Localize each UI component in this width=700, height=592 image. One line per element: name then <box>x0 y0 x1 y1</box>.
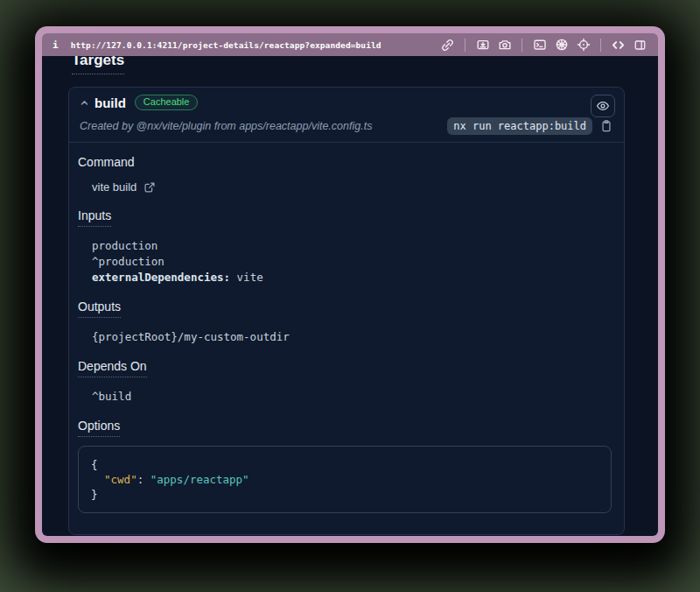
input-item: ^production <box>92 254 613 270</box>
json-open-brace: { <box>91 457 598 472</box>
download-icon[interactable] <box>475 38 490 53</box>
input-item: production <box>92 238 613 254</box>
toolbar-actions <box>440 38 648 53</box>
target-icon[interactable] <box>576 38 591 53</box>
camera-icon[interactable] <box>497 38 512 53</box>
target-card-build: build Cacheable Created by @nx/vite/plug… <box>68 87 625 535</box>
json-key: "cwd" <box>104 473 137 486</box>
output-item: {projectRoot}/my-custom-outdir <box>92 329 613 345</box>
options-json-block: { "cwd": "apps/reactapp" } <box>78 446 612 513</box>
globe-icon[interactable] <box>554 38 569 53</box>
toolbar-divider <box>600 39 601 52</box>
json-separator: : <box>137 473 150 486</box>
targets-heading[interactable]: Targets <box>72 56 124 74</box>
command-section-heading: Command <box>78 155 613 169</box>
link-icon[interactable] <box>440 38 455 53</box>
toolbar-divider <box>522 39 522 52</box>
panel-right-icon[interactable] <box>633 38 648 53</box>
browser-window: i http://127.0.0.1:4211/project-details/… <box>35 26 665 543</box>
build-card-header: build Cacheable Created by @nx/vite/plug… <box>69 88 624 143</box>
inputs-section-heading[interactable]: Inputs <box>78 208 111 227</box>
depends-on-item: ^build <box>92 389 613 405</box>
toolbar-divider <box>465 39 466 52</box>
created-by-text: Created by @nx/vite/plugin from apps/rea… <box>80 120 372 132</box>
json-value: "apps/reactapp" <box>150 473 249 486</box>
copy-icon[interactable] <box>599 118 613 134</box>
project-details-page: Targets build Cacheable <box>42 56 658 536</box>
browser-toolbar: i http://127.0.0.1:4211/project-details/… <box>42 33 658 56</box>
run-command-chip: nx run reactapp:build <box>447 117 592 135</box>
external-link-icon[interactable] <box>144 181 156 194</box>
external-deps-value: vite <box>237 271 263 284</box>
outputs-section-heading[interactable]: Outputs <box>78 300 121 318</box>
eye-button[interactable] <box>591 95 615 117</box>
input-item-external-deps: externalDependencies: vite <box>92 270 613 285</box>
options-section-heading[interactable]: Options <box>78 419 120 437</box>
json-cwd-line: "cwd": "apps/reactapp" <box>91 472 598 487</box>
chevron-up-icon[interactable] <box>78 96 90 109</box>
depends-on-section-heading[interactable]: Depends On <box>78 359 147 377</box>
cacheable-badge: Cacheable <box>135 95 199 110</box>
build-card-body: Command vite build Inputs production ^pr… <box>69 143 624 534</box>
info-icon: i <box>52 39 59 51</box>
code-icon[interactable] <box>611 38 626 53</box>
external-deps-key: externalDependencies: <box>92 271 230 284</box>
command-value: vite build <box>92 180 136 194</box>
target-name-build: build <box>94 95 126 110</box>
json-close-brace: } <box>91 487 598 502</box>
address-bar[interactable]: http://127.0.0.1:4211/project-details/re… <box>71 40 382 50</box>
terminal-icon[interactable] <box>532 38 547 53</box>
